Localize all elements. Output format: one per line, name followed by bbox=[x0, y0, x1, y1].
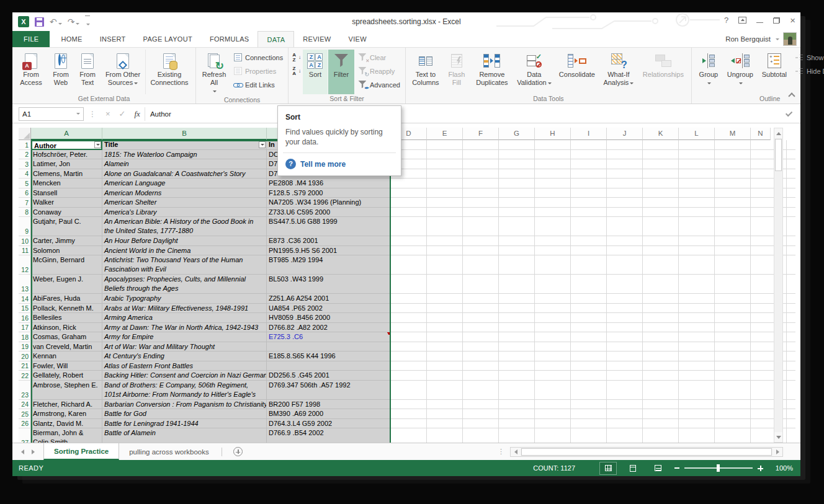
cell-author[interactable]: Latimer, Jon bbox=[31, 159, 102, 169]
row-number[interactable]: 13 bbox=[19, 275, 31, 294]
cell-author[interactable]: Carter, Jimmy bbox=[31, 236, 102, 246]
avatar[interactable] bbox=[783, 32, 797, 46]
cell-title[interactable]: An Hour Before Daylight bbox=[102, 236, 267, 246]
active-cell-a1[interactable]: Author bbox=[31, 140, 102, 150]
help-icon[interactable]: ? bbox=[724, 15, 728, 25]
insert-function-button[interactable]: fx bbox=[135, 109, 140, 119]
edit-links-button[interactable]: Edit Links bbox=[230, 78, 285, 91]
status-count[interactable]: COUNT: 1127 bbox=[533, 464, 575, 472]
empty-cells[interactable] bbox=[391, 419, 795, 429]
row-number[interactable]: 25 bbox=[19, 409, 31, 419]
column-header-A[interactable]: A bbox=[31, 128, 102, 140]
cell-title[interactable]: Army at Dawn: The War in North Africa, 1… bbox=[102, 323, 267, 333]
text-to-columns-button[interactable]: Text to Columns bbox=[408, 50, 443, 94]
cell-author[interactable]: Conaway bbox=[31, 208, 102, 218]
cell-author[interactable]: Atkinson, Rick bbox=[31, 323, 102, 333]
empty-cells[interactable] bbox=[391, 140, 795, 150]
cell-author[interactable]: Ambrose, Stephen E. bbox=[31, 381, 102, 400]
empty-cells[interactable] bbox=[391, 179, 795, 188]
cell-author[interactable]: McGinn, Bernard bbox=[31, 255, 102, 275]
column-header-F[interactable]: F bbox=[463, 128, 499, 140]
cell-callnumber[interactable] bbox=[267, 342, 391, 352]
row-number[interactable]: 4 bbox=[19, 169, 31, 179]
row-number[interactable]: 20 bbox=[19, 351, 31, 361]
sheet-tab-sorting-practice[interactable]: Sorting Practice bbox=[43, 443, 119, 460]
cell-title[interactable]: Arabs at War: Military Effectiveness, 19… bbox=[102, 304, 267, 314]
subtotal-button[interactable]: Subtotal bbox=[758, 50, 791, 94]
vertical-scroll-thumb[interactable] bbox=[775, 139, 782, 171]
relationships-button[interactable]: Relationships bbox=[638, 50, 689, 94]
formula-bar-splitter[interactable]: ⋮ bbox=[89, 110, 96, 118]
row-number[interactable]: 10 bbox=[19, 236, 31, 246]
empty-cells[interactable] bbox=[391, 150, 795, 160]
empty-cells[interactable] bbox=[391, 428, 795, 443]
scroll-left-icon[interactable] bbox=[511, 448, 521, 456]
cell-author[interactable]: Stansell bbox=[31, 188, 102, 198]
empty-cells[interactable] bbox=[391, 169, 795, 179]
row-number[interactable]: 22 bbox=[19, 371, 31, 381]
empty-cells[interactable] bbox=[391, 313, 795, 323]
empty-cells[interactable] bbox=[391, 361, 795, 371]
scroll-down-icon[interactable] bbox=[774, 432, 782, 442]
cell-author[interactable]: Bierman, John & Colin Smith bbox=[31, 428, 102, 443]
normal-view-button[interactable] bbox=[600, 462, 616, 474]
cell-callnumber[interactable]: Z733.U6 C595 2000 bbox=[267, 208, 391, 218]
cell-callnumber[interactable]: HV8059 .B456 2000 bbox=[267, 313, 391, 323]
expand-formula-bar-icon[interactable] bbox=[786, 109, 792, 116]
cell-callnumber[interactable]: BM390 .A69 2000 bbox=[267, 409, 391, 419]
empty-cells[interactable] bbox=[391, 246, 795, 256]
reapply-filter-button[interactable]: Reapply bbox=[355, 64, 403, 77]
filter-dropdown-icon[interactable] bbox=[94, 141, 101, 148]
cell-title[interactable]: At Century's Ending bbox=[102, 351, 267, 361]
minimize-icon[interactable] bbox=[756, 17, 763, 24]
row-number[interactable]: 18 bbox=[19, 332, 31, 342]
cell-title[interactable]: Art of War: War and Military Thought bbox=[102, 342, 267, 352]
empty-cells[interactable] bbox=[391, 159, 795, 169]
row-number[interactable]: 2 bbox=[19, 150, 31, 160]
cell-callnumber[interactable]: F128.5 .S79 2000 bbox=[267, 188, 391, 198]
empty-cells[interactable] bbox=[391, 217, 795, 236]
cell-title[interactable]: An American Bible: A History of the Good… bbox=[102, 217, 267, 236]
zoom-percent[interactable]: 100% bbox=[772, 464, 793, 472]
cell-callnumber[interactable]: D764.3.L4 G59 2002 bbox=[267, 419, 391, 429]
consolidate-button[interactable]: Consolidate bbox=[555, 50, 599, 94]
vertical-scroll-track[interactable] bbox=[774, 172, 782, 432]
empty-cells[interactable] bbox=[391, 351, 795, 361]
save-icon[interactable] bbox=[35, 17, 44, 27]
cell-author[interactable]: Armstrong, Karen bbox=[31, 409, 102, 419]
cell-title[interactable]: Battle for Leningrad 1941-1944 bbox=[102, 419, 267, 429]
empty-cells[interactable] bbox=[391, 323, 795, 333]
zoom-slider-thumb[interactable] bbox=[717, 464, 720, 472]
cell-title[interactable]: Army for Empire bbox=[102, 332, 267, 342]
redo-button[interactable]: ↷ bbox=[68, 16, 80, 27]
from-access-button[interactable]: From Access bbox=[15, 50, 47, 94]
cell-title[interactable]: Band of Brothers: E Company, 506th Regim… bbox=[102, 381, 267, 400]
enter-icon[interactable]: ✓ bbox=[119, 109, 126, 118]
cell-callnumber[interactable]: BL503 .W43 1999 bbox=[267, 275, 391, 294]
cell-callnumber[interactable]: D766.82 .A82 2002 bbox=[267, 323, 391, 333]
ribbon-tab-formulas[interactable]: FORMULAS bbox=[201, 31, 258, 47]
cell-callnumber[interactable]: PN1995.9.H5 S6 2001 bbox=[267, 246, 391, 256]
cell-title[interactable]: America's Library bbox=[102, 208, 267, 218]
cell-title[interactable]: Arming America bbox=[102, 313, 267, 323]
ribbon-tab-file[interactable]: FILE bbox=[12, 31, 50, 47]
show-detail-button[interactable]: Show Detail bbox=[792, 51, 824, 64]
cell-author[interactable]: Solomon bbox=[31, 246, 102, 256]
restore-icon[interactable] bbox=[773, 17, 780, 24]
row-number[interactable]: 1 bbox=[19, 140, 31, 150]
empty-cells[interactable] bbox=[391, 342, 795, 352]
next-sheet-icon[interactable] bbox=[32, 449, 35, 454]
column-header-B[interactable]: B bbox=[102, 128, 267, 140]
zoom-in-icon[interactable] bbox=[758, 466, 763, 471]
what-if-analysis-button[interactable]: What-If Analysis bbox=[600, 50, 637, 94]
from-web-button[interactable]: From Web bbox=[48, 50, 74, 94]
row-number[interactable]: 7 bbox=[19, 198, 31, 208]
row-number[interactable]: 14 bbox=[19, 294, 31, 304]
horizontal-scroll-thumb[interactable] bbox=[521, 448, 772, 456]
vertical-scrollbar[interactable] bbox=[774, 128, 783, 443]
column-header-J[interactable]: J bbox=[607, 128, 643, 140]
page-break-view-button[interactable] bbox=[650, 462, 666, 474]
select-all-corner[interactable] bbox=[19, 128, 31, 140]
sort-z-to-a-button[interactable]: ZA↓ bbox=[291, 64, 302, 77]
ribbon-display-icon[interactable] bbox=[738, 17, 746, 24]
